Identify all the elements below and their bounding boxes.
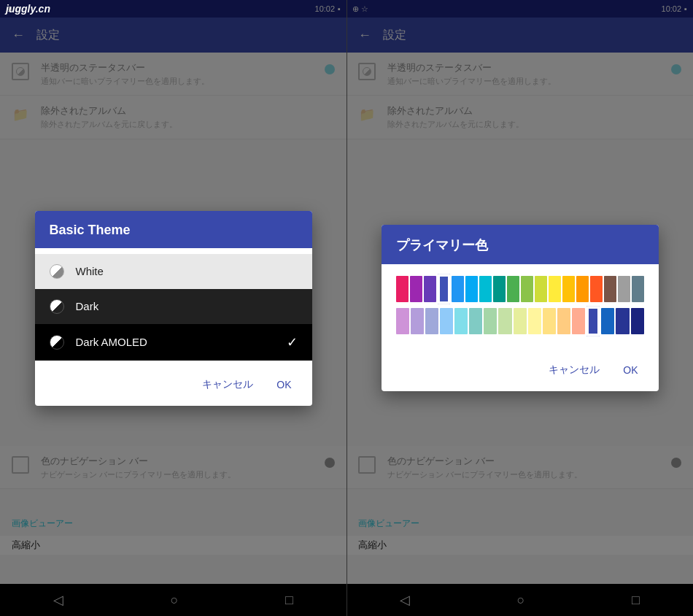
white-label: White bbox=[76, 265, 298, 277]
color-swatch-r2-4[interactable] bbox=[454, 308, 468, 334]
color-row-1 bbox=[396, 276, 644, 302]
theme-ok-button[interactable]: OK bbox=[268, 372, 300, 397]
color-swatch-r2-10[interactable] bbox=[543, 308, 556, 334]
color-swatch-r2-1[interactable] bbox=[411, 308, 424, 334]
theme-option-white[interactable]: White bbox=[35, 254, 312, 289]
color-swatch-r2-9[interactable] bbox=[528, 308, 541, 334]
white-theme-icon bbox=[50, 264, 64, 279]
color-swatch-r1-11[interactable] bbox=[549, 276, 561, 302]
color-swatch-r2-3[interactable] bbox=[440, 308, 453, 334]
color-swatch-r2-2[interactable] bbox=[425, 308, 438, 334]
color-picker-dialog: プライマリー色 キャンセル OK bbox=[382, 225, 659, 391]
color-swatch-r1-17[interactable] bbox=[632, 276, 644, 302]
dialog-header: Basic Theme bbox=[35, 211, 312, 248]
color-swatch-r1-9[interactable] bbox=[521, 276, 533, 302]
color-swatch-r1-2[interactable] bbox=[424, 276, 436, 302]
color-swatch-r2-6[interactable] bbox=[484, 308, 497, 334]
color-dialog-header: プライマリー色 bbox=[382, 225, 659, 264]
dark-theme-icon bbox=[50, 299, 64, 314]
color-swatch-r1-16[interactable] bbox=[618, 276, 630, 302]
color-swatch-r2-12[interactable] bbox=[572, 308, 585, 334]
color-swatch-r1-1[interactable] bbox=[410, 276, 422, 302]
left-phone-panel: juggly.cn ⊕ ☆ 10:02 ▪ ← 設定 半透明のステータスバー 通… bbox=[0, 0, 346, 616]
color-swatch-r2-11[interactable] bbox=[557, 308, 570, 334]
color-swatch-r1-8[interactable] bbox=[507, 276, 519, 302]
color-swatch-r2-15[interactable] bbox=[616, 308, 629, 334]
color-dialog-title: プライマリー色 bbox=[396, 236, 644, 254]
color-swatch-r2-8[interactable] bbox=[514, 308, 527, 334]
left-dialog-overlay: Basic Theme White Dark Dark AMOLED ✓ bbox=[0, 0, 346, 616]
color-swatch-r1-0[interactable] bbox=[396, 276, 409, 302]
theme-option-dark[interactable]: Dark bbox=[35, 289, 312, 324]
color-swatch-r2-16[interactable] bbox=[631, 308, 644, 334]
color-swatch-r1-13[interactable] bbox=[576, 276, 589, 302]
color-swatch-r1-7[interactable] bbox=[493, 276, 506, 302]
amoled-theme-icon bbox=[50, 335, 64, 350]
color-ok-button[interactable]: OK bbox=[614, 358, 646, 382]
color-row-2 bbox=[396, 308, 644, 334]
basic-theme-dialog: Basic Theme White Dark Dark AMOLED ✓ bbox=[35, 211, 312, 406]
color-swatch-r1-14[interactable] bbox=[590, 276, 603, 302]
color-swatch-r2-14[interactable] bbox=[601, 308, 614, 334]
color-cancel-button[interactable]: キャンセル bbox=[540, 358, 608, 382]
color-dialog-actions: キャンセル OK bbox=[382, 352, 659, 391]
color-swatch-r1-5[interactable] bbox=[465, 276, 478, 302]
color-swatch-r2-0[interactable] bbox=[396, 308, 409, 334]
color-swatch-r1-12[interactable] bbox=[562, 276, 575, 302]
dialog-title: Basic Theme bbox=[50, 223, 298, 238]
color-swatch-r1-4[interactable] bbox=[452, 276, 464, 302]
panel-divider bbox=[346, 0, 347, 616]
color-swatch-r1-6[interactable] bbox=[479, 276, 492, 302]
theme-option-amoled[interactable]: Dark AMOLED ✓ bbox=[35, 324, 312, 361]
right-phone-panel: ⊕ ☆ 10:02 ▪ ← 設定 半透明のステータスバー 通知バーに暗いプライマ… bbox=[346, 0, 693, 616]
color-grid bbox=[382, 264, 659, 352]
dialog-actions: キャンセル OK bbox=[35, 366, 312, 406]
dialog-body: White Dark Dark AMOLED ✓ bbox=[35, 248, 312, 366]
dark-label: Dark bbox=[76, 300, 298, 312]
amoled-check-icon: ✓ bbox=[287, 334, 298, 350]
color-swatch-r1-10[interactable] bbox=[535, 276, 547, 302]
right-dialog-overlay: プライマリー色 キャンセル OK bbox=[346, 0, 693, 616]
color-swatch-r2-5[interactable] bbox=[469, 308, 482, 334]
color-swatch-r2-13[interactable] bbox=[586, 306, 600, 336]
watermark: juggly.cn bbox=[6, 3, 50, 15]
color-swatch-r1-3[interactable] bbox=[438, 274, 450, 304]
color-swatch-r2-7[interactable] bbox=[498, 308, 511, 334]
color-swatch-r1-15[interactable] bbox=[604, 276, 616, 302]
amoled-label: Dark AMOLED bbox=[76, 336, 275, 348]
theme-cancel-button[interactable]: キャンセル bbox=[193, 372, 262, 397]
